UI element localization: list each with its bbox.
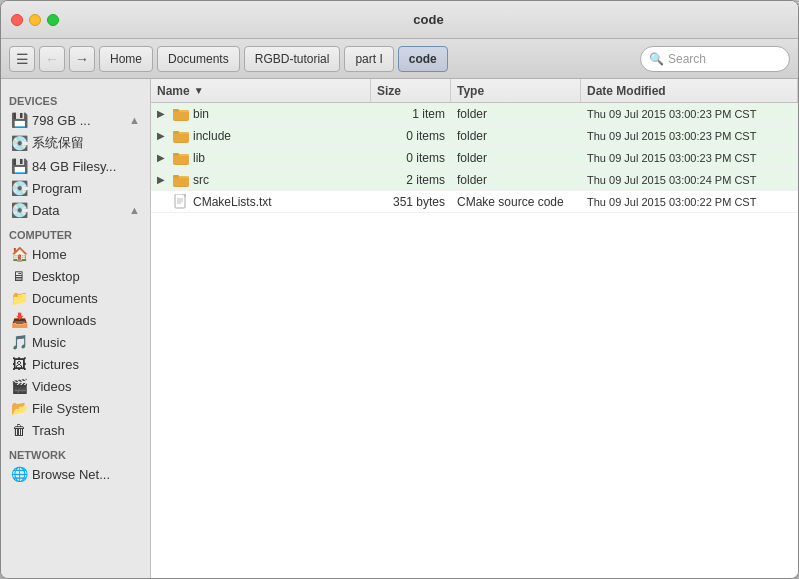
sidebar-item-trash[interactable]: 🗑 Trash — [3, 419, 148, 441]
cell-type-bin: folder — [451, 107, 581, 121]
sidebar-item-downloads[interactable]: 📥 Downloads — [3, 309, 148, 331]
cell-name-src: ▶ src — [151, 173, 371, 187]
sidebar-icon: ☰ — [16, 51, 29, 67]
search-icon: 🔍 — [649, 52, 664, 66]
folder-icon-lib — [173, 151, 189, 165]
sidebar-label-program: Program — [32, 181, 82, 196]
col-header-type[interactable]: Type — [451, 79, 581, 102]
sidebar-item-filesystem[interactable]: 📂 File System — [3, 397, 148, 419]
folder-icon-src — [173, 173, 189, 187]
file-list-header: Name ▼ Size Type Date Modified — [151, 79, 798, 103]
sidebar-item-browse-net[interactable]: 🌐 Browse Net... — [3, 463, 148, 485]
sidebar-label-browse-net: Browse Net... — [32, 467, 110, 482]
file-row-src[interactable]: ▶ src 2 items folder — [151, 169, 798, 191]
sidebar-item-systemreserved[interactable]: 💽 系统保留 — [3, 131, 148, 155]
file-row-include[interactable]: ▶ include 0 items folder — [151, 125, 798, 147]
section-computer: Computer — [1, 225, 150, 243]
sidebar-label-desktop: Desktop — [32, 269, 80, 284]
maximize-button[interactable] — [47, 14, 59, 26]
svg-rect-7 — [173, 131, 179, 134]
cell-date-lib: Thu 09 Jul 2015 03:00:23 PM CST — [581, 152, 798, 164]
expand-src[interactable]: ▶ — [157, 174, 169, 185]
forward-button[interactable]: → — [69, 46, 95, 72]
svg-rect-11 — [173, 153, 179, 156]
back-button[interactable]: ← — [39, 46, 65, 72]
sidebar: Devices 💾 798 GB ... ▲ 💽 系统保留 💾 84 GB Fi… — [1, 79, 151, 578]
sidebar-item-program[interactable]: 💽 Program — [3, 177, 148, 199]
documents-icon: 📁 — [11, 290, 27, 306]
sidebar-label-pictures: Pictures — [32, 357, 79, 372]
sidebar-item-disk798[interactable]: 💾 798 GB ... ▲ — [3, 109, 148, 131]
filename-cmake: CMakeLists.txt — [193, 195, 272, 209]
file-row-bin[interactable]: ▶ bin 1 item folder — [151, 103, 798, 125]
breadcrumb-documents[interactable]: Documents — [157, 46, 240, 72]
sidebar-item-music[interactable]: 🎵 Music — [3, 331, 148, 353]
sidebar-item-disk84[interactable]: 💾 84 GB Filesy... — [3, 155, 148, 177]
traffic-lights — [11, 14, 59, 26]
titlebar: code — [1, 1, 798, 39]
cell-date-cmake: Thu 09 Jul 2015 03:00:22 PM CST — [581, 196, 798, 208]
home-icon: 🏠 — [11, 246, 27, 262]
col-header-date[interactable]: Date Modified — [581, 79, 798, 102]
disk-system-icon: 💽 — [11, 135, 27, 151]
cell-size-bin: 1 item — [371, 107, 451, 121]
file-row-lib[interactable]: ▶ lib 0 items folder — [151, 147, 798, 169]
cell-size-src: 2 items — [371, 173, 451, 187]
videos-icon: 🎬 — [11, 378, 27, 394]
sidebar-item-pictures[interactable]: 🖼 Pictures — [3, 353, 148, 375]
back-icon: ← — [45, 51, 59, 67]
folder-icon-include — [173, 129, 189, 143]
expand-lib[interactable]: ▶ — [157, 152, 169, 163]
breadcrumb-rgbd[interactable]: RGBD-tutorial — [244, 46, 341, 72]
music-icon: 🎵 — [11, 334, 27, 350]
expand-bin[interactable]: ▶ — [157, 108, 169, 119]
cell-type-lib: folder — [451, 151, 581, 165]
search-label: Search — [668, 52, 706, 66]
file-row-cmake[interactable]: ▶ CMakeLists.txt 351 bytes — [151, 191, 798, 213]
sidebar-label-data: Data — [32, 203, 59, 218]
sidebar-label-disk798: 798 GB ... — [32, 113, 91, 128]
svg-rect-6 — [173, 134, 189, 142]
cell-date-bin: Thu 09 Jul 2015 03:00:23 PM CST — [581, 108, 798, 120]
cell-size-include: 0 items — [371, 129, 451, 143]
breadcrumb-part1[interactable]: part I — [344, 46, 393, 72]
sidebar-item-data[interactable]: 💽 Data ▲ — [3, 199, 148, 221]
data-icon: 💽 — [11, 202, 27, 218]
col-type-label: Type — [457, 84, 484, 98]
sidebar-item-documents[interactable]: 📁 Documents — [3, 287, 148, 309]
trash-icon: 🗑 — [11, 422, 27, 438]
cell-date-src: Thu 09 Jul 2015 03:00:24 PM CST — [581, 174, 798, 186]
cell-type-src: folder — [451, 173, 581, 187]
col-size-label: Size — [377, 84, 401, 98]
sidebar-item-videos[interactable]: 🎬 Videos — [3, 375, 148, 397]
cell-type-cmake: CMake source code — [451, 195, 581, 209]
disk84-icon: 💾 — [11, 158, 27, 174]
desktop-icon: 🖥 — [11, 268, 27, 284]
svg-rect-14 — [173, 178, 189, 186]
disk-icon: 💾 — [11, 112, 27, 128]
expand-include[interactable]: ▶ — [157, 130, 169, 141]
cell-size-cmake: 351 bytes — [371, 195, 451, 209]
cell-name-include: ▶ include — [151, 129, 371, 143]
expand-cmake: ▶ — [157, 196, 169, 207]
pictures-icon: 🖼 — [11, 356, 27, 372]
breadcrumb-home[interactable]: Home — [99, 46, 153, 72]
window-title: code — [69, 12, 788, 27]
forward-icon: → — [75, 51, 89, 67]
sidebar-item-home[interactable]: 🏠 Home — [3, 243, 148, 265]
eject-icon-data[interactable]: ▲ — [129, 204, 140, 216]
sidebar-toggle-button[interactable]: ☰ — [9, 46, 35, 72]
sidebar-item-desktop[interactable]: 🖥 Desktop — [3, 265, 148, 287]
col-header-size[interactable]: Size — [371, 79, 451, 102]
breadcrumb-code[interactable]: code — [398, 46, 448, 72]
col-header-name[interactable]: Name ▼ — [151, 79, 371, 102]
close-button[interactable] — [11, 14, 23, 26]
toolbar: ☰ ← → Home Documents RGBD-tutorial part … — [1, 39, 798, 79]
col-date-label: Date Modified — [587, 84, 666, 98]
main: Devices 💾 798 GB ... ▲ 💽 系统保留 💾 84 GB Fi… — [1, 79, 798, 578]
filename-lib: lib — [193, 151, 205, 165]
search-box[interactable]: 🔍 Search — [640, 46, 790, 72]
eject-icon-disk798[interactable]: ▲ — [129, 114, 140, 126]
folder-icon-bin — [173, 107, 189, 121]
minimize-button[interactable] — [29, 14, 41, 26]
